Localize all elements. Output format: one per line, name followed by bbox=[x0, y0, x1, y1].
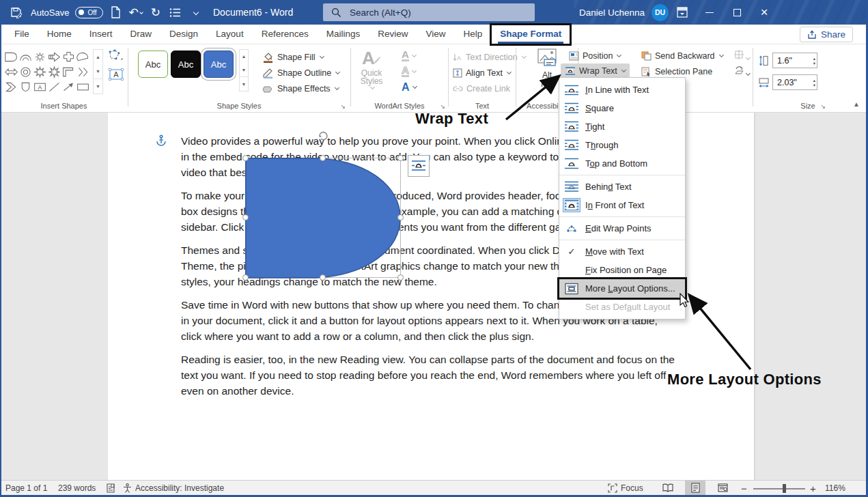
text-effects-button[interactable]: A bbox=[402, 80, 417, 94]
shape-style-swatch-3-selected[interactable]: Abc bbox=[204, 51, 234, 78]
resize-handle[interactable] bbox=[242, 155, 249, 161]
shape-height-input[interactable]: 1.6" ▴▾ bbox=[772, 53, 817, 68]
shape-width-input[interactable]: 2.03" ▴▾ bbox=[772, 74, 817, 90]
shape-left-right-arrow-icon[interactable] bbox=[4, 64, 18, 79]
shape-gallery-scrollbar[interactable]: ▲ ▼ ▼ bbox=[93, 49, 103, 94]
rotate-handle[interactable] bbox=[317, 129, 329, 144]
shape-text-box-icon[interactable]: A bbox=[33, 79, 47, 94]
send-backward-button[interactable]: Send Backward bbox=[641, 48, 723, 63]
menu-item-square[interactable]: Square bbox=[559, 99, 685, 117]
tab-review[interactable]: Review bbox=[369, 25, 417, 44]
undo-button[interactable]: ↶ bbox=[129, 3, 143, 21]
height-up-icon[interactable]: ▴ bbox=[813, 56, 815, 61]
scroll-up-icon[interactable]: ▲ bbox=[94, 50, 102, 64]
layout-options-button[interactable] bbox=[408, 155, 430, 177]
text-outline-button[interactable]: A bbox=[402, 64, 417, 79]
shape-styles-dialog-launcher[interactable]: ↘ bbox=[340, 103, 346, 110]
position-button[interactable]: Position bbox=[569, 48, 621, 63]
page-indicator[interactable]: Page 1 of 1 bbox=[5, 481, 47, 496]
minimize-button[interactable] bbox=[696, 0, 723, 25]
menu-item-top-and-bottom[interactable]: Top and Bottom bbox=[559, 154, 685, 173]
zoom-in-button[interactable]: + bbox=[810, 481, 816, 496]
zoom-level[interactable]: 116% bbox=[825, 481, 845, 496]
scroll-down-icon[interactable]: ▼ bbox=[94, 64, 102, 79]
shape-block-arc-icon[interactable] bbox=[18, 49, 33, 64]
tab-help[interactable]: Help bbox=[455, 25, 492, 44]
scroll-down-icon[interactable]: ▼ bbox=[240, 63, 248, 77]
shape-striped-right-arrow-icon[interactable] bbox=[47, 49, 61, 64]
maximize-button[interactable] bbox=[723, 0, 751, 25]
share-button[interactable]: Share bbox=[800, 27, 853, 42]
width-down-icon[interactable]: ▾ bbox=[813, 83, 815, 87]
save-icon[interactable] bbox=[10, 3, 23, 21]
print-layout-button[interactable] bbox=[685, 481, 705, 495]
rotate-objects-button[interactable] bbox=[734, 66, 750, 78]
create-link-button[interactable]: Create Link bbox=[453, 81, 510, 96]
word-count[interactable]: 239 words bbox=[58, 481, 96, 496]
tab-home[interactable]: Home bbox=[38, 25, 81, 44]
shape-rounded-rectangle-icon[interactable] bbox=[4, 49, 18, 64]
new-document-icon[interactable] bbox=[109, 3, 123, 21]
styles-more-icon[interactable]: ▼ bbox=[240, 76, 248, 91]
collapse-ribbon-icon[interactable]: ▲ bbox=[853, 100, 860, 108]
zoom-out-button[interactable]: − bbox=[741, 481, 747, 496]
menu-item-through[interactable]: Through bbox=[559, 136, 685, 154]
tab-view[interactable]: View bbox=[417, 25, 454, 44]
menu-item-fix-position-on-page[interactable]: Fix Position on Page bbox=[559, 261, 685, 279]
shape-chevron-icon[interactable] bbox=[4, 79, 18, 94]
read-mode-button[interactable] bbox=[658, 481, 678, 495]
shape-effects-button[interactable]: Shape Effects bbox=[262, 81, 339, 96]
accessibility-status[interactable]: Accessibility: Investigate bbox=[123, 481, 224, 496]
shape-style-swatch-2[interactable]: Abc bbox=[171, 51, 201, 78]
shape-outline-button[interactable]: Shape Outline bbox=[262, 66, 339, 81]
menu-item-edit-wrap-points[interactable]: Edit Wrap Points bbox=[559, 219, 685, 238]
shape-donut-icon[interactable] bbox=[18, 64, 33, 79]
focus-button[interactable]: Focus bbox=[608, 481, 643, 496]
tab-insert[interactable]: Insert bbox=[81, 25, 122, 44]
shape-arrow-icon[interactable] bbox=[61, 79, 76, 94]
shape-star-10-icon[interactable] bbox=[33, 64, 47, 79]
shape-chord-icon[interactable] bbox=[76, 49, 90, 64]
shape-rectangle-icon[interactable] bbox=[76, 79, 90, 94]
resize-handle[interactable] bbox=[397, 214, 404, 221]
menu-item-behind-text[interactable]: Behind Text bbox=[559, 178, 685, 196]
height-down-icon[interactable]: ▾ bbox=[813, 61, 815, 66]
avatar[interactable]: DU bbox=[652, 4, 669, 21]
web-layout-button[interactable] bbox=[712, 481, 733, 495]
text-direction-button[interactable]: A Text Direction bbox=[453, 50, 526, 65]
quick-access-more-icon[interactable] bbox=[188, 3, 202, 21]
shape-star-8-icon[interactable] bbox=[47, 64, 61, 79]
size-dialog-launcher[interactable]: ↘ bbox=[820, 103, 826, 110]
menu-item-tight[interactable]: Tight bbox=[559, 117, 685, 136]
resize-handle[interactable] bbox=[320, 274, 326, 281]
align-text-button[interactable]: Align Text bbox=[453, 66, 511, 81]
tab-design[interactable]: Design bbox=[160, 25, 207, 44]
tab-shape-format[interactable]: Shape Format bbox=[491, 25, 570, 44]
shape-cross-icon[interactable] bbox=[61, 49, 76, 64]
tab-mailings[interactable]: Mailings bbox=[318, 25, 369, 44]
proofing-icon[interactable] bbox=[106, 481, 115, 496]
bullet-list-icon[interactable] bbox=[169, 3, 182, 21]
shape-line-icon[interactable] bbox=[47, 79, 61, 94]
shape-sun-icon[interactable] bbox=[33, 49, 47, 64]
menu-item-move-with-text[interactable]: ✓Move with Text bbox=[559, 242, 685, 261]
ribbon-display-options-icon[interactable] bbox=[669, 0, 696, 25]
text-fill-button[interactable]: A bbox=[402, 48, 417, 63]
resize-handle[interactable] bbox=[397, 155, 404, 161]
shape-style-swatch-1[interactable]: Abc bbox=[138, 51, 168, 78]
scroll-up-icon[interactable]: ▲ bbox=[240, 50, 248, 63]
gallery-more-icon[interactable]: ▼ bbox=[94, 79, 102, 94]
shape-half-frame-icon[interactable] bbox=[61, 64, 76, 79]
tab-layout[interactable]: Layout bbox=[207, 25, 253, 44]
selected-shape[interactable] bbox=[245, 158, 402, 279]
zoom-slider-thumb[interactable] bbox=[783, 484, 786, 493]
wrap-text-button[interactable]: Wrap Text bbox=[561, 63, 630, 78]
tab-references[interactable]: References bbox=[253, 25, 318, 44]
shape-styles-scrollbar[interactable]: ▲ ▼ ▼ bbox=[239, 49, 249, 91]
autosave-toggle[interactable]: Off bbox=[75, 7, 102, 18]
menu-item-in-line-with-text[interactable]: In Line with Text bbox=[559, 81, 685, 99]
resize-handle[interactable] bbox=[397, 274, 404, 281]
resize-handle[interactable] bbox=[242, 214, 249, 221]
align-objects-button[interactable] bbox=[734, 50, 750, 62]
resize-handle[interactable] bbox=[242, 274, 249, 281]
